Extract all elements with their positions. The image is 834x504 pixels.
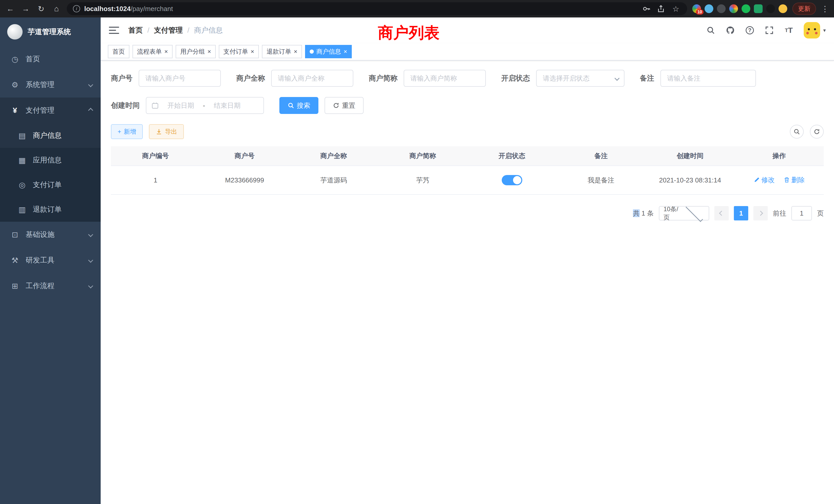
extension-icon[interactable] [754,4,763,13]
show-search-icon[interactable] [790,125,804,139]
table-header-row: 商户编号 商户号 商户全称 商户简称 开启状态 备注 创建时间 操作 [111,146,824,166]
tag-user-group[interactable]: 用户分组× [176,45,216,58]
reload-icon[interactable]: ↻ [36,4,46,13]
site-info-icon[interactable]: i [73,5,80,12]
extension-icon[interactable]: 10 [692,4,701,13]
browser-menu-icon[interactable]: ⋮ [821,4,829,13]
remark-input[interactable] [660,70,756,87]
extension-icon[interactable] [742,4,750,13]
date-end-input[interactable] [208,101,246,110]
cell-short-name: 芋艿 [378,166,467,194]
close-icon[interactable]: × [207,48,211,55]
sidebar-item-dev-tools[interactable]: ⚒ 研发工具 [0,247,101,273]
date-start-input[interactable] [162,101,200,110]
extension-icon[interactable] [705,4,713,13]
page-size-select[interactable]: 10条/页 [659,206,709,221]
full-name-input[interactable] [271,70,353,87]
search-icon[interactable] [706,26,716,35]
export-button[interactable]: 导出 [149,124,184,139]
active-dot [310,49,314,54]
create-time-range-picker[interactable]: - [146,97,264,114]
table-row: 1 M233666999 芋道源码 芋艿 我是备注 2021-10-23 08:… [111,166,824,194]
delete-link[interactable]: 删除 [784,176,805,184]
sidebar-item-app-info[interactable]: ▦ 应用信息 [0,148,101,173]
next-page-button[interactable] [753,206,768,221]
url-text[interactable]: localhost:1024/pay/merchant [84,5,638,13]
back-icon[interactable]: ← [5,4,16,13]
chevron-right-icon [758,211,763,216]
menu-label: 工作流程 [26,281,54,291]
filter-form-row-1: 商户号 商户全称 商户简称 开启状态 请选择开启状态 [111,70,824,87]
breadcrumb-current: 商户信息 [194,25,223,35]
monitor-icon: ⊡ [10,230,20,239]
breadcrumb-separator: / [147,26,150,35]
extension-icon[interactable] [778,4,787,13]
extension-badge: 10 [696,9,704,15]
status-select[interactable]: 请选择开启状态 [536,70,624,87]
tag-merchant-info[interactable]: 商户信息× [305,45,352,58]
close-icon[interactable]: × [164,48,168,55]
help-icon[interactable]: ? [745,26,754,35]
create-time-label: 创建时间 [111,100,140,110]
fullscreen-icon[interactable] [765,26,774,35]
user-avatar[interactable]: ▾ [804,22,826,39]
menu-label: 支付管理 [26,106,54,115]
url-path: /pay/merchant [131,5,173,13]
address-bar[interactable]: i localhost:1024/pay/merchant ☆ [67,2,687,15]
tag-refund-order[interactable]: 退款订单× [262,45,302,58]
close-icon[interactable]: × [294,48,297,55]
cell-create-time: 2021-10-23 08:31:14 [645,166,734,194]
sidebar-item-pay-order[interactable]: ◎ 支付订单 [0,173,101,197]
short-name-input[interactable] [404,70,486,87]
col-merchant-id: 商户编号 [111,146,200,166]
search-button[interactable]: 搜索 [279,97,319,114]
sidebar-item-home[interactable]: ◷ 首页 [0,46,101,72]
cell-merchant-no: M233666999 [200,166,289,194]
sidebar-item-infrastructure[interactable]: ⊡ 基础设施 [0,222,101,247]
extension-icon[interactable] [766,4,775,13]
password-key-icon[interactable] [642,4,651,13]
app-logo[interactable]: 芋道管理系统 [0,18,101,46]
edit-link[interactable]: 修改 [754,176,775,184]
breadcrumb-home[interactable]: 首页 [128,25,143,35]
sidebar-item-workflow[interactable]: ⊞ 工作流程 [0,273,101,299]
extension-icon[interactable] [717,4,726,13]
sidebar-item-merchant-info[interactable]: ▤ 商户信息 [0,123,101,148]
col-remark: 备注 [556,146,645,166]
menu-label: 应用信息 [33,155,62,165]
refresh-table-icon[interactable] [810,125,824,139]
close-icon[interactable]: × [344,48,347,55]
payment-submenu: ▤ 商户信息 ▦ 应用信息 ◎ 支付订单 ▥ 退款订单 [0,123,101,222]
reset-button[interactable]: 重置 [325,97,364,114]
menu-label: 退款订单 [33,205,62,214]
forward-icon[interactable]: → [21,4,31,13]
breadcrumb-payment[interactable]: 支付管理 [154,25,183,35]
col-create-time: 创建时间 [645,146,734,166]
prev-page-button[interactable] [714,206,729,221]
page-number-1[interactable]: 1 [734,206,748,221]
close-icon[interactable]: × [250,48,254,55]
bookmark-star-icon[interactable]: ☆ [671,4,681,13]
avatar-image [804,22,820,39]
extension-icon[interactable] [729,4,738,13]
add-button[interactable]: + 新增 [111,124,143,139]
filter-form-row-2: 创建时间 - 搜索 [111,97,824,114]
cell-status [467,166,556,194]
share-icon[interactable] [656,4,665,13]
github-icon[interactable] [726,26,735,35]
goto-page-input[interactable] [791,206,812,221]
tag-process-form[interactable]: 流程表单× [132,45,173,58]
tag-home[interactable]: 首页 [108,45,129,58]
status-toggle[interactable] [502,175,522,185]
sidebar-collapse-icon[interactable] [109,27,119,34]
merchant-no-input[interactable] [139,70,221,87]
sidebar-item-refund-order[interactable]: ▥ 退款订单 [0,197,101,222]
font-size-icon[interactable]: TT [784,26,793,35]
home-icon[interactable]: ⌂ [51,4,62,13]
merchant-table: 商户编号 商户号 商户全称 商户简称 开启状态 备注 创建时间 操作 1 M23… [111,146,824,195]
sidebar-item-payment[interactable]: ¥ 支付管理 [0,97,101,123]
tag-pay-order[interactable]: 支付订单× [219,45,259,58]
chevron-down-icon [88,283,93,289]
sidebar-item-system[interactable]: ⚙ 系统管理 [0,72,101,97]
browser-update-button[interactable]: 更新 [792,3,816,15]
